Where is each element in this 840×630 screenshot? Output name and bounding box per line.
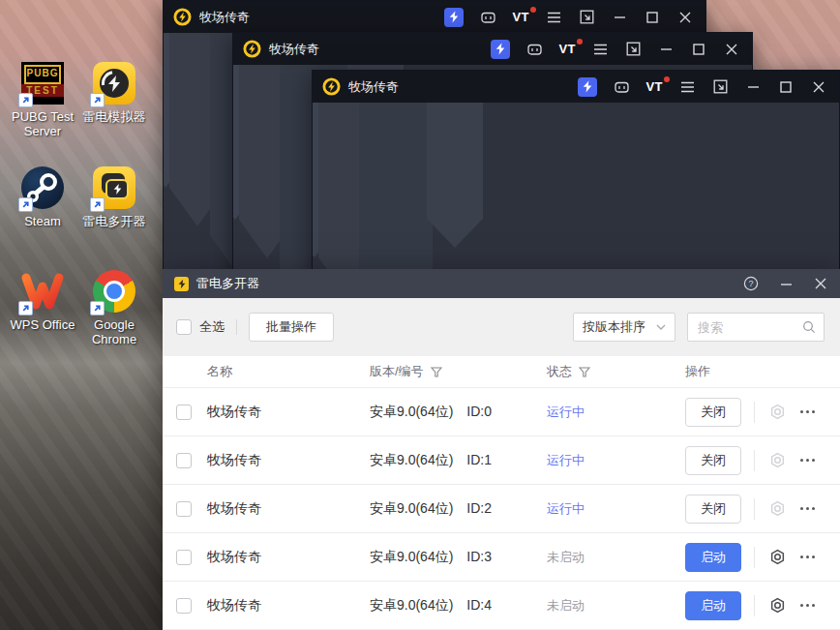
more-options-icon[interactable] xyxy=(800,410,815,413)
table-row: 牧场传奇 安卓9.0(64位)ID:0 运行中 关闭 xyxy=(163,388,840,436)
stop-button[interactable]: 关闭 xyxy=(685,495,741,524)
divider xyxy=(754,547,755,568)
settings-gear-icon[interactable] xyxy=(768,452,786,469)
close-button[interactable] xyxy=(723,41,740,58)
emulator-window-3: 牧场传奇 VT xyxy=(312,70,840,283)
ldplayer-logo-icon xyxy=(173,8,192,26)
notification-dot xyxy=(577,39,583,45)
desktop-icon-label: 雷电模拟器 xyxy=(74,109,155,124)
desktop-icon-label: WPS Office xyxy=(2,317,83,332)
boost-icon[interactable] xyxy=(444,8,464,27)
filter-icon[interactable] xyxy=(579,367,590,377)
row-checkbox[interactable] xyxy=(176,550,192,565)
ldplayer-logo-icon xyxy=(243,40,261,58)
minimize-button[interactable] xyxy=(611,9,628,26)
minimize-button[interactable] xyxy=(744,78,762,96)
window-title: 牧场传奇 xyxy=(199,9,250,26)
select-all-checkbox[interactable] xyxy=(176,319,192,335)
gamepad-icon[interactable] xyxy=(525,41,543,58)
settings-gear-icon[interactable] xyxy=(768,404,786,421)
manager-toolbar: 全选 批量操作 按版本排序 xyxy=(163,298,840,356)
more-options-icon[interactable] xyxy=(800,604,815,607)
table-row: 牧场传奇 安卓9.0(64位)ID:1 运行中 关闭 xyxy=(163,436,840,485)
emulator-titlebar[interactable]: 牧场传奇 VT xyxy=(233,33,752,65)
instance-name: 牧场传奇 xyxy=(207,404,370,421)
maximize-button[interactable] xyxy=(690,41,707,58)
row-checkbox[interactable] xyxy=(176,405,192,420)
header-status: 状态 xyxy=(547,363,572,380)
settings-gear-icon[interactable] xyxy=(768,500,786,518)
minimize-button[interactable] xyxy=(657,41,675,58)
notification-dot xyxy=(530,7,536,13)
table-row: 牧场传奇 安卓9.0(64位)ID:3 未启动 启动 xyxy=(163,533,840,582)
ldplayer-logo-icon xyxy=(322,77,341,96)
table-row: 牧场传奇 安卓9.0(64位)ID:4 未启动 启动 xyxy=(163,582,840,630)
steam-icon xyxy=(21,166,64,209)
settings-gear-icon[interactable] xyxy=(768,549,786,566)
settings-gear-icon[interactable] xyxy=(768,597,786,615)
help-icon[interactable]: ? xyxy=(743,276,759,291)
start-button[interactable]: 启动 xyxy=(685,591,741,620)
resize-icon[interactable] xyxy=(578,9,595,26)
menu-icon[interactable] xyxy=(591,41,609,58)
maximize-button[interactable] xyxy=(644,9,661,26)
more-options-icon[interactable] xyxy=(800,555,815,558)
window-title: 牧场传奇 xyxy=(269,41,319,58)
boost-icon[interactable] xyxy=(491,40,510,59)
menu-icon[interactable] xyxy=(545,9,562,26)
more-options-icon[interactable] xyxy=(800,507,815,510)
filter-icon[interactable] xyxy=(431,367,442,377)
gamepad-icon[interactable] xyxy=(613,78,630,96)
shortcut-arrow-icon xyxy=(90,93,105,107)
minimize-button[interactable] xyxy=(778,276,794,291)
manager-titlebar[interactable]: 雷电多开器 ? xyxy=(163,269,840,298)
stop-button[interactable]: 关闭 xyxy=(685,446,741,475)
desktop-icon-google-chrome[interactable]: Google Chrome xyxy=(74,270,155,346)
pubg-logo-text: PUBG xyxy=(24,65,61,84)
emulator-titlebar[interactable]: 牧场传奇 VT xyxy=(313,71,839,103)
resize-icon[interactable] xyxy=(711,78,729,96)
vt-badge[interactable]: VT xyxy=(512,10,529,24)
menu-icon[interactable] xyxy=(678,78,696,96)
maximize-button[interactable] xyxy=(777,78,795,96)
chevron-down-icon xyxy=(656,324,666,330)
shortcut-arrow-icon xyxy=(18,197,33,212)
instance-version: 安卓9.0(64位) xyxy=(370,404,453,419)
row-checkbox[interactable] xyxy=(176,598,192,614)
instance-name: 牧场传奇 xyxy=(207,500,370,518)
window-title: 雷电多开器 xyxy=(196,275,259,292)
row-checkbox[interactable] xyxy=(176,501,192,517)
vt-badge[interactable]: VT xyxy=(645,79,663,94)
resize-icon[interactable] xyxy=(624,41,642,58)
instance-name: 牧场传奇 xyxy=(207,452,370,469)
gamepad-icon[interactable] xyxy=(479,9,496,26)
desktop-icon-ld-multi-opener[interactable]: 雷电多开器 xyxy=(74,166,155,228)
desktop-icon-pubg-test-server[interactable]: PUBG TEST PUBG Test Server xyxy=(2,62,83,138)
desktop-icon-label: Steam xyxy=(2,214,83,228)
desktop-icon-ldplayer-emulator[interactable]: 雷电模拟器 xyxy=(74,62,155,124)
header-version: 版本/编号 xyxy=(370,363,424,380)
instance-id: ID:2 xyxy=(466,500,492,516)
start-button[interactable]: 启动 xyxy=(685,543,741,572)
close-button[interactable] xyxy=(810,78,827,96)
search-box xyxy=(687,313,825,342)
emulator-titlebar[interactable]: 牧场传奇 VT xyxy=(164,1,705,33)
ldplayer-icon xyxy=(93,62,135,105)
table-header: 名称 版本/编号 状态 操作 xyxy=(163,356,840,388)
vt-badge[interactable]: VT xyxy=(558,42,576,56)
desktop-icon-steam[interactable]: Steam xyxy=(2,166,83,228)
boost-icon[interactable] xyxy=(578,77,597,97)
desktop-icon-wps-office[interactable]: WPS Office xyxy=(2,270,83,332)
instance-name: 牧场传奇 xyxy=(207,597,370,615)
row-checkbox[interactable] xyxy=(176,453,192,468)
search-input[interactable] xyxy=(698,320,802,335)
desktop-icon-label: 雷电多开器 xyxy=(74,214,155,228)
divider xyxy=(236,319,237,335)
close-button[interactable] xyxy=(813,276,828,291)
batch-operations-button[interactable]: 批量操作 xyxy=(249,313,334,342)
more-options-icon[interactable] xyxy=(800,459,815,462)
stop-button[interactable]: 关闭 xyxy=(685,398,741,427)
close-button[interactable] xyxy=(676,9,694,26)
instance-version: 安卓9.0(64位) xyxy=(370,597,453,613)
sort-dropdown[interactable]: 按版本排序 xyxy=(573,313,675,342)
